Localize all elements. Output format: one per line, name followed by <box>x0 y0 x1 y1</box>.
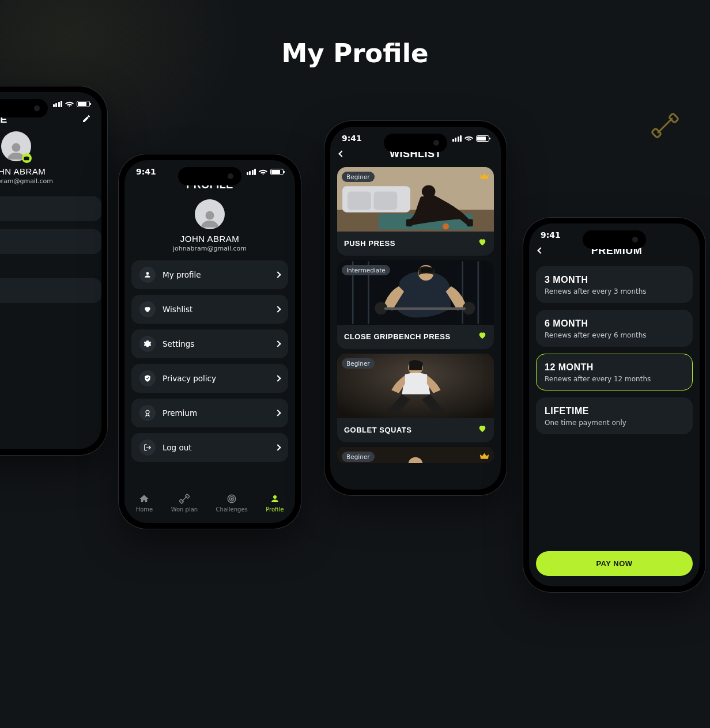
svg-point-3 <box>12 143 21 152</box>
nav-label: Won plan <box>171 506 198 513</box>
svg-point-6 <box>146 410 149 414</box>
shield-icon <box>139 370 156 386</box>
svg-point-4 <box>206 211 214 220</box>
status-icons <box>53 101 90 107</box>
nav-home[interactable]: Home <box>136 494 153 513</box>
user-name: JOHN ABRAM <box>0 166 46 176</box>
plan-option-selected[interactable]: 12 MONTHRenews after every 12 months <box>536 354 693 390</box>
avatar[interactable] <box>195 199 225 229</box>
menu-label: Privacy policy <box>163 374 269 383</box>
plan-sub: Renews after every 3 months <box>545 287 684 295</box>
status-icons <box>247 169 284 175</box>
plan-option[interactable]: 6 MONTHRenews after every 6 months <box>536 310 693 347</box>
bottom-nav: Home Won plan Challenges Profile <box>124 487 295 523</box>
svg-point-13 <box>273 495 277 499</box>
edit-icon[interactable] <box>82 114 91 126</box>
menu-label: Settings <box>163 339 269 348</box>
difficulty-tag: Beginer <box>342 172 375 182</box>
menu-label: Premium <box>163 408 269 418</box>
chevron-right-icon <box>274 271 281 278</box>
phone-my-profile-edit: 9:41 MY PROFILE JOHN ABRAM johnabram@gma… <box>0 86 107 455</box>
phone-premium: 9:41 x PREMIUM 3 MONTHRenews after every… <box>523 218 705 592</box>
menu-label: My profile <box>163 270 269 279</box>
user-icon <box>139 267 156 283</box>
svg-point-5 <box>146 272 149 275</box>
unknown-input[interactable]: x <box>0 229 101 254</box>
user-email: johnabram@gmail.com <box>0 177 53 185</box>
workout-title: GOBLET SQUATS <box>344 426 411 434</box>
plan-sub: Renews after every 12 months <box>545 375 684 383</box>
plan-title: 3 MONTH <box>545 275 684 285</box>
email-input[interactable]: l.com <box>0 278 101 303</box>
menu-settings[interactable]: Settings <box>131 329 288 358</box>
crown-icon <box>479 172 489 184</box>
svg-rect-22 <box>467 219 473 226</box>
difficulty-tag: Beginer <box>342 358 375 369</box>
heart-icon[interactable] <box>478 237 487 249</box>
menu-my-profile[interactable]: My profile <box>131 260 288 289</box>
nav-profile[interactable]: Profile <box>266 494 284 513</box>
plan-sub: Renews after every 6 months <box>545 331 684 339</box>
page-heading: My Profile <box>0 38 710 69</box>
user-name: JOHN ABRAM <box>180 234 240 244</box>
wishlist-card[interactable]: Beginer GOBLET SQUATS <box>337 354 494 442</box>
nav-label: Home <box>136 506 153 513</box>
nav-plan[interactable]: Won plan <box>171 494 198 513</box>
chevron-right-icon <box>274 444 281 450</box>
svg-point-12 <box>231 498 232 499</box>
dumbbell-decoration-icon <box>650 111 680 143</box>
wishlist-card[interactable]: Beginer <box>337 447 494 463</box>
heart-icon <box>139 301 156 317</box>
crown-icon <box>479 452 489 463</box>
nav-challenges[interactable]: Challenges <box>216 494 248 513</box>
status-icons <box>452 135 490 142</box>
svg-rect-30 <box>421 267 433 272</box>
nav-label: Profile <box>266 506 284 513</box>
phone-profile-menu: 9:41 PROFILE JOHN ABRAM johnabram@gmail.… <box>119 154 301 529</box>
difficulty-tag: Beginer <box>342 452 375 462</box>
menu-privacy[interactable]: Privacy policy <box>131 364 288 393</box>
pay-now-button[interactable]: PAY NOW <box>536 551 693 576</box>
menu-premium[interactable]: Premium <box>131 399 288 427</box>
chevron-right-icon <box>274 410 281 416</box>
phone-wishlist: 9:41 WISHLIST Beginer PUSH PRESS <box>324 121 507 495</box>
menu-label: Log out <box>163 443 269 452</box>
heart-icon[interactable] <box>478 424 487 435</box>
menu-wishlist[interactable]: Wishlist <box>131 295 288 324</box>
nav-label: Challenges <box>216 506 248 513</box>
plan-title: 6 MONTH <box>545 318 684 329</box>
badge-icon <box>139 405 156 421</box>
svg-line-0 <box>658 119 672 132</box>
workout-title: PUSH PRESS <box>344 239 395 248</box>
svg-rect-33 <box>384 307 466 310</box>
status-time: 9:41 <box>541 230 561 240</box>
wishlist-card[interactable]: Intermediate CLOSE GRIPBENCH PRESS <box>337 260 494 349</box>
name-input[interactable]: x <box>0 196 101 221</box>
svg-rect-17 <box>348 191 371 210</box>
workout-title: CLOSE GRIPBENCH PRESS <box>344 332 451 341</box>
plan-option[interactable]: 3 MONTHRenews after every 3 months <box>536 266 693 303</box>
plan-sub: One time payment only <box>545 419 684 427</box>
camera-icon[interactable] <box>22 153 32 163</box>
svg-point-23 <box>443 223 449 230</box>
plan-title: LIFETIME <box>545 406 684 416</box>
wishlist-card[interactable]: Beginer PUSH PRESS <box>337 167 494 256</box>
chevron-right-icon <box>274 340 281 347</box>
status-time: 9:41 <box>136 167 156 176</box>
logout-icon <box>139 439 156 456</box>
user-email: johnabram@gmail.com <box>173 245 247 252</box>
gear-icon <box>139 336 156 352</box>
status-time: 9:41 <box>342 134 362 143</box>
chevron-right-icon <box>274 375 281 381</box>
svg-rect-21 <box>406 219 413 226</box>
difficulty-tag: Intermediate <box>342 265 390 275</box>
chevron-right-icon <box>274 306 281 312</box>
plan-option[interactable]: LIFETIMEOne time payment only <box>536 397 693 434</box>
menu-logout[interactable]: Log out <box>131 433 288 462</box>
heart-icon[interactable] <box>478 331 487 342</box>
svg-rect-18 <box>373 191 397 210</box>
plan-title: 12 MONTH <box>545 362 684 373</box>
menu-label: Wishlist <box>163 305 269 314</box>
